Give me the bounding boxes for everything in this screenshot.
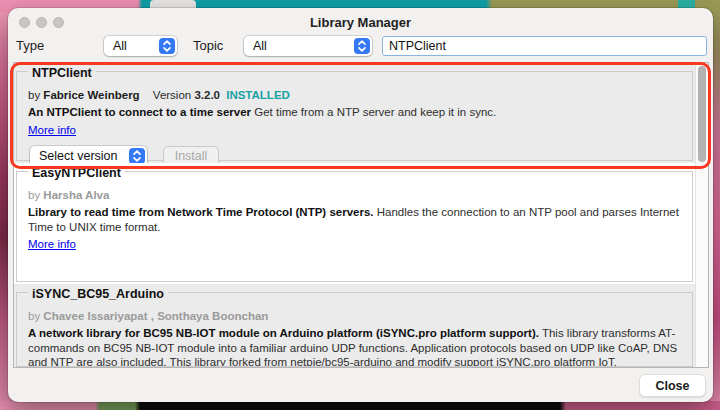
library-name: EasyNTPClient: [28, 166, 125, 181]
library-summary: An NTPClient to connect to a time server…: [28, 105, 685, 120]
scrollbar-thumb[interactable]: [698, 66, 706, 162]
library-summary: Library to read time from Network Time P…: [28, 205, 685, 234]
library-meta: by Harsha Alva: [28, 189, 685, 202]
scrollbar-track[interactable]: [695, 63, 708, 367]
entry-controls: Select version Install: [30, 146, 685, 164]
more-info-link[interactable]: More info: [28, 124, 76, 136]
type-dropdown[interactable]: All: [104, 36, 177, 56]
library-manager-window: Library Manager Type All Topic All: [8, 8, 713, 402]
filter-bar: Type All Topic All: [8, 34, 713, 58]
wallpaper-bottom: [0, 401, 720, 410]
library-version: 3.2.0: [194, 89, 220, 101]
library-name: NTPClient: [28, 66, 96, 81]
topic-dropdown[interactable]: All: [244, 36, 372, 56]
library-meta: by Chavee Issariyapat , Sonthaya Booncha…: [28, 310, 685, 323]
install-button[interactable]: Install: [163, 146, 219, 164]
chevron-up-down-icon: [159, 38, 175, 54]
installed-badge: INSTALLED: [226, 89, 290, 101]
library-entry-easyntpclient[interactable]: EasyNTPClient by Harsha Alva Library to …: [14, 163, 695, 284]
version-select-value: Select version: [30, 149, 129, 163]
window-title: Library Manager: [8, 15, 713, 30]
topic-dropdown-value: All: [244, 39, 354, 53]
library-entry-ntpclient[interactable]: NTPClient by Fabrice Weinberg Version 3.…: [14, 63, 695, 163]
search-input[interactable]: [382, 36, 707, 56]
topic-label: Topic: [193, 34, 223, 58]
version-select-dropdown[interactable]: Select version: [30, 146, 147, 164]
type-dropdown-value: All: [104, 39, 159, 53]
library-author: Harsha Alva: [43, 189, 109, 201]
more-info-link[interactable]: More info: [28, 238, 76, 250]
library-entries: NTPClient by Fabrice Weinberg Version 3.…: [14, 63, 695, 367]
library-author: Chavee Issariyapat , Sonthaya Boonchan: [43, 310, 268, 322]
desktop: Library Manager Type All Topic All: [0, 0, 720, 410]
type-label: Type: [16, 34, 44, 58]
library-entry-isync-bc95-arduino[interactable]: iSYNC_BC95_Arduino by Chavee Issariyapat…: [14, 284, 695, 368]
chevron-up-down-icon: [129, 148, 145, 163]
titlebar: Library Manager: [8, 8, 713, 34]
library-summary: A network library for BC95 NB-IOT module…: [28, 326, 685, 368]
library-author: Fabrice Weinberg: [43, 89, 139, 101]
close-button[interactable]: Close: [639, 374, 706, 397]
library-meta: by Fabrice Weinberg Version 3.2.0 INSTAL…: [28, 89, 685, 102]
library-list: NTPClient by Fabrice Weinberg Version 3.…: [13, 62, 709, 368]
library-name: iSYNC_BC95_Arduino: [28, 287, 168, 302]
chevron-up-down-icon: [354, 38, 370, 54]
